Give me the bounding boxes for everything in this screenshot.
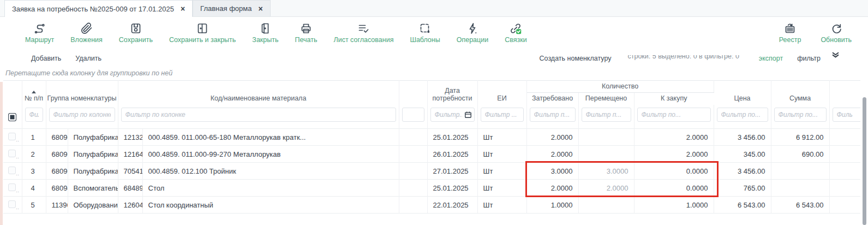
close-button[interactable]: Закрыть — [252, 22, 278, 44]
links-button[interactable]: Связки — [505, 22, 526, 44]
filter-input-price[interactable] — [717, 108, 768, 122]
filter-cell-to-purchase[interactable] — [634, 105, 714, 129]
cell-unit[interactable]: Шт — [477, 129, 526, 146]
cell-moved[interactable]: 3.0000 — [578, 163, 634, 180]
row-checkbox[interactable] — [8, 183, 16, 191]
operations-button[interactable]: Операции — [457, 22, 488, 44]
cell-mat_code[interactable]: 68489 — [118, 180, 142, 197]
select-all-checkbox[interactable] — [8, 113, 16, 121]
cell-to_purchase[interactable]: 2.0000 — [634, 129, 714, 146]
cell-num[interactable]: 3 — [22, 163, 46, 180]
select-all-cell[interactable] — [3, 105, 22, 129]
cell-group_code[interactable]: 68094 — [46, 180, 68, 197]
cell-date[interactable]: 25.01.2025 — [427, 129, 477, 146]
cell-to_purchase[interactable]: 0.0000 — [634, 180, 714, 197]
cell-unit[interactable]: Шт — [477, 180, 526, 197]
cell-group_name[interactable]: Полуфабрикаты — [68, 129, 118, 146]
cell-gap[interactable] — [399, 163, 427, 180]
approval-sheet-button[interactable]: Лист согласования — [333, 22, 393, 44]
filter-input-gap[interactable] — [402, 108, 424, 122]
cell-mat_code[interactable]: 70541 — [118, 163, 142, 180]
cell-moved[interactable] — [578, 146, 634, 163]
cell-gap[interactable] — [399, 129, 427, 146]
filter-input-num[interactable] — [25, 108, 43, 122]
attachments-button[interactable]: Вложения — [70, 22, 103, 44]
cell-to_purchase[interactable]: 2.0000 — [634, 146, 714, 163]
cell-last[interactable] — [829, 197, 860, 214]
add-row-button[interactable]: Добавить — [31, 55, 61, 62]
cell-sum[interactable] — [771, 180, 829, 197]
cell-price[interactable]: 765.00 — [714, 180, 771, 197]
filter-input-moved[interactable] — [582, 108, 631, 122]
cell-date[interactable]: 25.01.2025 — [427, 180, 477, 197]
filter-input-group[interactable] — [49, 108, 115, 122]
filter-input-to-purchase[interactable] — [637, 108, 711, 122]
cell-price[interactable]: 3 456.00 — [714, 129, 771, 146]
cell-group_name[interactable]: Оборудование — [68, 197, 118, 214]
cell-group_name[interactable]: Полуфабрикаты — [68, 146, 118, 163]
refresh-button[interactable]: Обновить — [821, 22, 852, 44]
column-header-to-purchase[interactable]: К закупу — [634, 93, 714, 105]
cell-sum[interactable]: 6 912.00 — [771, 129, 829, 146]
cell-sum[interactable] — [771, 163, 829, 180]
table-row[interactable]: ‥368096Полуфабрикаты70541000.4859. 012.1… — [3, 163, 860, 180]
cell-date[interactable]: 22.01.2025 — [427, 197, 477, 214]
filter-cell-date[interactable] — [427, 105, 477, 129]
column-header-num[interactable]: № п/п — [22, 81, 46, 105]
cell-date[interactable]: 26.01.2025 — [427, 146, 477, 163]
filter-button[interactable]: фильтр — [797, 55, 821, 62]
column-group-quantity[interactable]: Количество — [526, 81, 714, 93]
route-button[interactable]: Маршрут — [25, 22, 54, 44]
filter-input-last[interactable] — [833, 108, 861, 122]
column-header-requested[interactable]: Затребовано — [526, 93, 578, 105]
cell-price[interactable]: 6 543.00 — [714, 197, 771, 214]
cell-price[interactable]: 345.00 — [714, 146, 771, 163]
cell-mat_code[interactable]: 121328 — [118, 129, 142, 146]
table-row[interactable]: ‥468094Вспомогательны...68489Стол25.01.2… — [3, 180, 860, 197]
cell-mat_code[interactable]: 121641 — [118, 146, 142, 163]
row-checkbox[interactable] — [8, 200, 16, 208]
table-row[interactable]: ‥168096Полуфабрикаты121328000.4859. 011.… — [3, 129, 860, 146]
filter-cell-gap[interactable] — [399, 105, 427, 129]
filter-input-requested[interactable] — [530, 108, 576, 122]
filter-cell-moved[interactable] — [578, 105, 634, 129]
templates-button[interactable]: Шаблоны — [410, 22, 440, 44]
cell-mat_name[interactable]: 000.4859. 012.100 Тройник — [142, 163, 399, 180]
cell-moved[interactable]: 2.0000 — [578, 180, 634, 197]
cell-requested[interactable]: 2.0000 — [526, 129, 578, 146]
filter-cell-sum[interactable] — [771, 105, 829, 129]
calendar-icon[interactable] — [464, 111, 472, 119]
cell-gap[interactable] — [399, 146, 427, 163]
cell-last[interactable] — [829, 146, 860, 163]
column-header-moved[interactable]: Перемещено — [578, 93, 634, 105]
row-select-cell[interactable]: ‥ — [3, 197, 22, 214]
cell-moved[interactable] — [578, 197, 634, 214]
close-icon[interactable]: × — [259, 5, 263, 13]
cell-to_purchase[interactable]: 1.0000 — [634, 197, 714, 214]
row-select-cell[interactable]: ‥ — [3, 163, 22, 180]
cell-requested[interactable]: 3.0000 — [526, 163, 578, 180]
filter-input-sum[interactable] — [774, 108, 827, 122]
cell-group_code[interactable]: 68096 — [46, 163, 68, 180]
save-button[interactable]: Сохранить — [119, 22, 153, 44]
cell-num[interactable]: 1 — [22, 129, 46, 146]
cell-group_name[interactable]: Вспомогательны... — [68, 180, 118, 197]
cell-gap[interactable] — [399, 180, 427, 197]
filter-input-unit[interactable] — [481, 108, 524, 122]
cell-gap[interactable] — [399, 197, 427, 214]
cell-unit[interactable]: Шт — [477, 146, 526, 163]
table-row[interactable]: ‥5113969Оборудование126041Стол координат… — [3, 197, 860, 214]
filter-cell-num[interactable] — [22, 105, 46, 129]
cell-mat_name[interactable]: Стол — [142, 180, 399, 197]
column-header-sum[interactable]: Сумма — [771, 81, 829, 105]
row-checkbox[interactable] — [8, 167, 16, 174]
row-select-cell[interactable]: ‥ — [3, 129, 22, 146]
export-button[interactable]: экспорт — [759, 55, 783, 62]
close-icon[interactable]: × — [181, 5, 185, 13]
filter-cell-unit[interactable] — [477, 105, 526, 129]
double-chevron-down-icon[interactable] — [831, 52, 840, 60]
cell-date[interactable]: 27.01.2025 — [427, 163, 477, 180]
cell-requested[interactable]: 2.0000 — [526, 180, 578, 197]
column-header-unit[interactable]: ЕИ — [477, 81, 526, 105]
column-header-last[interactable] — [829, 81, 860, 105]
